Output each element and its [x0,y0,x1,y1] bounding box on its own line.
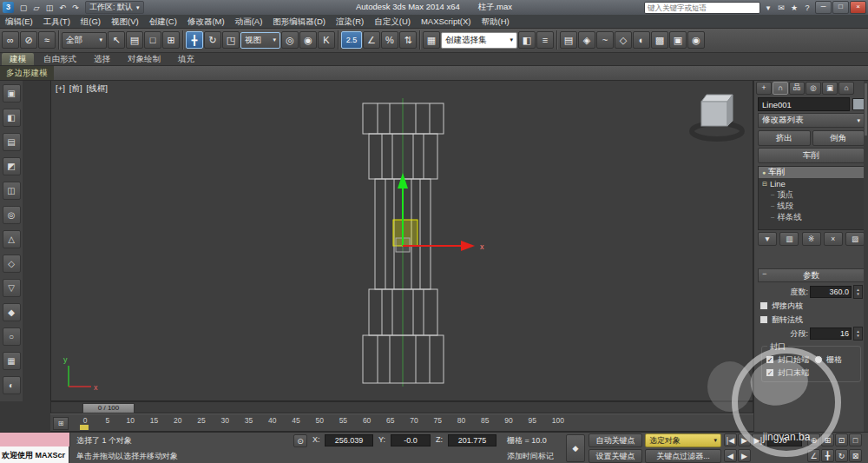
left-tool-icon-9[interactable]: ▽ [3,279,21,297]
polygon-modeling-panel-tab[interactable]: 多边形建模 [0,66,54,80]
cap-start-checkbox[interactable]: ✓ [766,355,774,364]
cap-end-checkbox[interactable]: ✓ [766,368,774,377]
menu-animation[interactable]: 动画(A) [230,15,268,28]
menu-edit[interactable]: 编辑(E) [0,15,38,28]
set-key-mode-button[interactable]: 设置关键点 [589,449,642,463]
menu-maxscript[interactable]: MAXScript(X) [416,15,477,28]
left-tool-icon-12[interactable]: ▦ [3,352,21,370]
menu-rendering[interactable]: 渲染(R) [331,15,369,28]
z-coordinate-field[interactable]: 201.775 [448,434,496,446]
next-frame-icon[interactable]: ▶ [738,449,751,462]
rendered-frame-window-icon[interactable]: ▣ [669,31,687,49]
viewcube[interactable] [692,95,742,139]
parameters-rollout-header[interactable]: − 参数 [758,268,865,282]
undo-icon[interactable]: ↶ [56,2,69,14]
select-object-icon[interactable]: ↖ [108,31,125,49]
spinner-down-icon[interactable]: ▾ [857,292,859,296]
maximize-button[interactable]: □ [832,1,849,14]
ribbon-tab-modeling[interactable]: 建模 [2,53,34,65]
zoom-region-icon[interactable]: □ [849,433,862,446]
ribbon-tab-selection[interactable]: 选择 [86,53,118,65]
pin-stack-icon[interactable]: ▼ [758,232,777,246]
x-coordinate-field[interactable]: 256.039 [325,434,373,446]
fov-icon[interactable]: ∠ [807,449,820,462]
key-filters-button[interactable]: 关键点过滤器... [645,449,721,463]
go-to-end-icon[interactable]: ▶| [752,433,765,446]
bind-to-spacewarp-icon[interactable]: ≈ [38,31,56,49]
time-slider-track[interactable]: 0 / 100 [50,401,753,413]
set-key-toggle-button[interactable]: ◆ [566,434,585,462]
segments-spinner[interactable]: ▴ ▾ [853,327,863,341]
auto-key-button[interactable]: 自动关键点 [589,433,642,447]
zoom-icon[interactable]: ⊕ [807,433,820,446]
add-time-tag[interactable]: 添加时间标记 [507,451,554,462]
stack-item-line[interactable]: ⊟Line [759,178,864,189]
menu-help[interactable]: 帮助(H) [476,15,514,28]
bevel-button[interactable]: 倒角 [812,130,865,146]
edit-named-selection-sets-icon[interactable]: ▦ [423,31,440,49]
search-input[interactable] [644,2,760,14]
menu-graph-editors[interactable]: 图形编辑器(D) [267,15,331,28]
object-name-field[interactable]: Line001 [758,97,850,111]
select-and-scale-icon[interactable]: ◳ [222,31,240,49]
weld-core-checkbox[interactable] [760,301,768,310]
new-scene-icon[interactable]: ▢ [17,2,30,14]
time-slider-handle[interactable]: 0 / 100 [82,403,135,413]
remove-modifier-icon[interactable]: × [824,232,843,246]
maximize-viewport-icon[interactable]: ⊠ [849,449,862,462]
key-selection-dropdown[interactable]: 选定对象 ▾ [645,433,721,447]
track-bar[interactable]: ⊞ 05101520253035404550556065707580859095… [50,413,753,432]
render-setup-icon[interactable]: ▩ [651,31,668,49]
go-to-start-icon[interactable]: |◀ [724,433,737,446]
previous-frame-icon[interactable]: ◀ [724,449,737,462]
minimize-button[interactable]: ─ [815,1,832,14]
reference-coordinate-select[interactable]: 视图▾ [240,32,280,49]
select-and-move-icon[interactable]: ╋ [186,31,203,49]
material-editor-icon[interactable]: ◐ [633,31,650,49]
front-viewport[interactable]: [+] [前] [线框] [50,80,753,401]
graphite-ribbon-toggle-icon[interactable]: ◈ [578,31,595,49]
snaps-toggle-icon[interactable]: 2.5 [341,31,362,49]
window-crossing-icon[interactable]: ⊞ [162,31,180,49]
viewport-menu-view[interactable]: [前] [69,83,82,95]
maxscript-macro-recorder[interactable] [0,433,70,446]
left-tool-icon-8[interactable]: ◇ [3,255,21,273]
left-tool-icon-6[interactable]: ◎ [3,206,21,224]
extrude-button[interactable]: 挤出 [758,130,811,146]
left-tool-icon-4[interactable]: ◩ [3,157,21,175]
modify-tab-icon[interactable]: ∩ [773,82,788,95]
flip-normals-checkbox[interactable] [760,315,768,324]
orbit-icon[interactable]: ↻ [835,449,848,462]
degrees-field[interactable]: 360.0 [810,286,852,298]
hierarchy-tab-icon[interactable]: 品 [789,82,805,95]
save-file-icon[interactable]: ◫ [43,2,56,14]
named-selection-set-select[interactable]: 创建选择集▾ [441,32,517,49]
use-pivot-center-icon[interactable]: ◎ [281,31,299,49]
stack-item-lathe[interactable]: ●车削 [759,167,864,178]
select-and-rotate-icon[interactable]: ↻ [204,31,221,49]
menu-customize[interactable]: 自定义(U) [369,15,416,28]
menu-modifiers[interactable]: 修改器(M) [182,15,230,28]
move-gizmo[interactable]: x [393,173,484,252]
redo-icon[interactable]: ↷ [69,2,82,14]
utilities-tab-icon[interactable]: ⌂ [838,82,854,95]
left-tool-icon-3[interactable]: ▤ [3,133,21,151]
lathe-button[interactable]: 车削 [758,148,865,163]
zoom-all-icon[interactable]: ⊞ [821,433,834,446]
ribbon-tab-object-paint[interactable]: 对象绘制 [120,53,168,65]
keyboard-override-icon[interactable]: K [318,31,335,49]
modifier-list-dropdown[interactable]: 修改器列表 ▾ [758,113,865,128]
grid-cap-radio[interactable] [814,355,823,364]
selection-filter-select[interactable]: 全部▾ [62,32,107,49]
rectangular-selection-region-icon[interactable]: □ [144,31,161,49]
left-tool-icon-1[interactable]: ▣ [3,84,21,103]
make-unique-icon[interactable]: ※ [802,232,821,246]
menu-views[interactable]: 视图(V) [106,15,144,28]
communication-center-icon[interactable]: ✉ [775,2,787,14]
select-by-name-icon[interactable]: ▤ [126,31,143,49]
play-animation-icon[interactable]: ▶ [738,433,751,446]
segments-field[interactable]: 16 [810,327,852,340]
workspace-dropdown[interactable]: 工作区: 默认 ▾ [85,1,144,14]
display-tab-icon[interactable]: ▣ [822,82,838,95]
left-tool-icon-13[interactable]: ◐ [3,376,21,394]
